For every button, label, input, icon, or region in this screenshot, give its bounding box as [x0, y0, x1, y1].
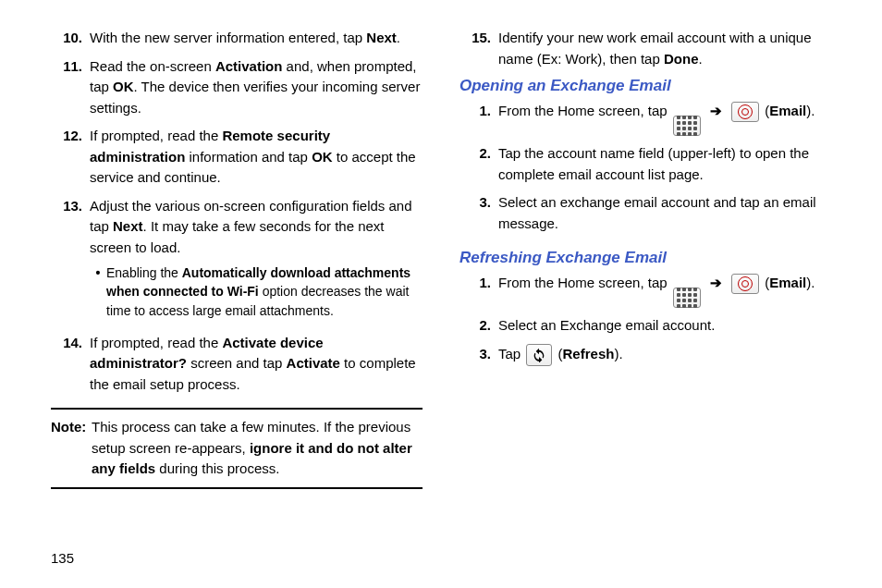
- list-item: 2.Tap the account name field (upper-left…: [459, 143, 831, 185]
- section-heading: Refreshing Exchange Email: [459, 249, 831, 267]
- list-body: Select an exchange email account and tap…: [498, 192, 831, 234]
- email-icon: [731, 274, 759, 294]
- bullet-icon: •: [90, 263, 106, 320]
- text-bold: Done: [664, 51, 699, 67]
- list-item: 3.Select an exchange email account and t…: [459, 192, 831, 234]
- list-number: 13.: [51, 196, 90, 325]
- apps-icon: [673, 288, 701, 308]
- text: [703, 275, 706, 290]
- list-number: 1.: [459, 273, 498, 308]
- text: (: [761, 275, 769, 290]
- text-bold: Next: [113, 218, 143, 234]
- list-number: 10.: [51, 28, 90, 49]
- list-body: If prompted, read the Remote security ad…: [90, 126, 423, 189]
- text: ).: [806, 275, 815, 290]
- list-item: 1.From the Home screen, tap ➔ (Email).: [459, 101, 831, 136]
- section-heading: Opening an Exchange Email: [459, 77, 831, 95]
- list-number: 14.: [51, 333, 90, 396]
- text: ).: [614, 346, 622, 361]
- list-number: 12.: [51, 126, 90, 189]
- note-body: This process can take a few minutes. If …: [92, 417, 423, 480]
- text: Select an Exchange email account.: [498, 317, 715, 333]
- list-body: If prompted, read the Activate device ad…: [90, 333, 423, 396]
- apps-icon: [673, 116, 701, 136]
- list-number: 2.: [459, 315, 498, 337]
- list-number: 3.: [459, 344, 498, 366]
- list-number: 1.: [459, 101, 498, 136]
- list-body: Read the on-screen Activation and, when …: [90, 56, 423, 119]
- text-bold: Refresh: [563, 346, 615, 361]
- list-item: 2.Select an Exchange email account.: [459, 315, 831, 337]
- note-label: Note:: [51, 417, 92, 480]
- list-body: Select an Exchange email account.: [498, 315, 831, 337]
- text-bold: Email: [769, 275, 806, 290]
- list-body: Tap the account name field (upper-left) …: [498, 143, 831, 185]
- list-number: 11.: [51, 56, 90, 119]
- list-item: 11.Read the on-screen Activation and, wh…: [51, 56, 423, 119]
- text: If prompted, read the: [90, 128, 222, 143]
- text-bold: OK: [113, 79, 134, 94]
- list-item: 1.From the Home screen, tap ➔ (Email).: [459, 273, 831, 308]
- text: information and tap: [185, 149, 312, 165]
- list-item: 12.If prompted, read the Remote security…: [51, 126, 423, 189]
- list-body: Identify your new work email account wit…: [498, 28, 831, 69]
- text: ).: [806, 103, 815, 118]
- column-left: 10.With the new server information enter…: [51, 28, 423, 489]
- text: (: [761, 103, 769, 118]
- text: .: [698, 51, 702, 67]
- columns: 10.With the new server information enter…: [51, 28, 831, 489]
- text-bold: OK: [312, 149, 333, 165]
- list-item: 3.Tap (Refresh).: [459, 344, 831, 366]
- list-body: Tap (Refresh).: [498, 344, 831, 366]
- text: With the new server information entered,…: [90, 30, 366, 45]
- list-item: 13.Adjust the various on-screen configur…: [51, 196, 423, 325]
- list-body: With the new server information entered,…: [90, 28, 423, 49]
- list-body: From the Home screen, tap ➔ (Email).: [498, 101, 831, 136]
- list-number: 15.: [459, 28, 498, 69]
- list-number: 3.: [459, 192, 498, 234]
- list-body: From the Home screen, tap ➔ (Email).: [498, 273, 831, 308]
- arrow-icon: ➔: [710, 103, 722, 118]
- list-item: 15.Identify your new work email account …: [459, 28, 831, 69]
- text: Enabling the: [106, 265, 182, 280]
- arrow-icon: ➔: [710, 275, 722, 290]
- sub-bullet-body: Enabling the Automatically download atta…: [106, 263, 423, 320]
- text: Tap the account name field (upper-left) …: [498, 145, 809, 182]
- text: . The device then verifies your incoming…: [90, 79, 420, 116]
- text: Identify your new work email account wit…: [498, 30, 812, 67]
- text: (: [554, 346, 562, 361]
- list-item: 10.With the new server information enter…: [51, 28, 423, 49]
- list-item: 14.If prompted, read the Activate device…: [51, 333, 423, 396]
- text: If prompted, read the: [90, 335, 222, 350]
- email-icon: [731, 102, 759, 122]
- text: From the Home screen, tap: [498, 103, 671, 118]
- text: screen and tap: [187, 355, 287, 371]
- text: during this process.: [155, 460, 279, 476]
- text: Tap: [498, 346, 524, 361]
- column-right: 15.Identify your new work email account …: [459, 28, 831, 489]
- list-number: 2.: [459, 143, 498, 185]
- text: [726, 275, 729, 290]
- page: 10.With the new server information enter…: [0, 0, 882, 588]
- text: [726, 103, 729, 118]
- text: Select an exchange email account and tap…: [498, 194, 816, 231]
- text-bold: Activate: [287, 355, 340, 371]
- text: Read the on-screen: [90, 58, 215, 74]
- text: [703, 103, 706, 118]
- sub-bullet: •Enabling the Automatically download att…: [90, 263, 423, 320]
- list-body: Adjust the various on-screen configurati…: [90, 196, 423, 325]
- text-bold: Email: [769, 103, 806, 118]
- text-bold: Next: [366, 30, 397, 45]
- refresh-icon: [526, 344, 552, 366]
- page-number: 135: [51, 550, 74, 566]
- note-block: Note:This process can take a few minutes…: [51, 408, 423, 489]
- text: .: [397, 30, 400, 45]
- text-bold: Activation: [215, 58, 283, 74]
- text: From the Home screen, tap: [498, 275, 671, 290]
